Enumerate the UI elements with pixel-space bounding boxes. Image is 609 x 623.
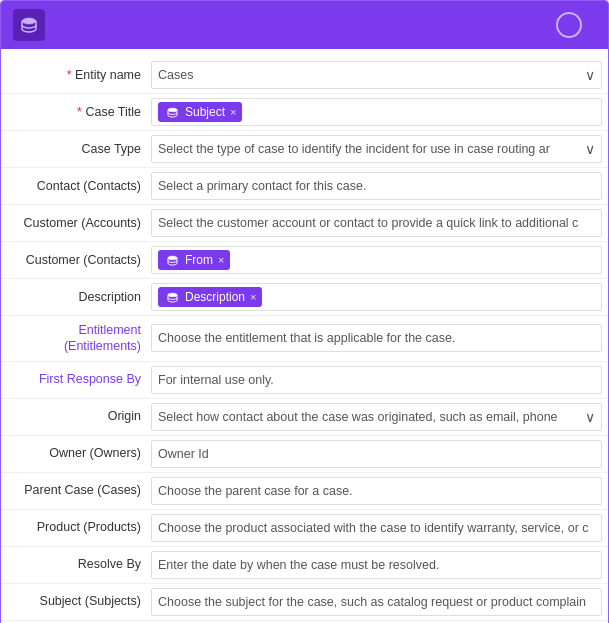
field-text-customer-accounts: Select the customer account or contact t… [158,216,595,230]
form-body: Entity nameCases∨Case Title Subject×Case… [1,49,608,623]
label-subject-subjects: Subject (Subjects) [1,589,149,613]
chip-description[interactable]: Description× [158,287,262,307]
field-text-entitlement: Choose the entitlement that is applicabl… [158,331,595,345]
row-customer-accounts: Customer (Accounts)Select the customer a… [1,205,608,242]
field-resolve-by[interactable]: Enter the date by when the case must be … [151,551,602,579]
field-product-products[interactable]: Choose the product associated with the c… [151,514,602,542]
field-parent-case[interactable]: Choose the parent case for a case. [151,477,602,505]
row-origin: OriginSelect how contact about the case … [1,399,608,436]
chip-close-description[interactable]: × [250,291,256,303]
row-case-type: Case TypeSelect the type of case to iden… [1,131,608,168]
row-contact-contacts: Contact (Contacts)Select a primary conta… [1,168,608,205]
field-text-case-type: Select the type of case to identify the … [158,142,581,156]
field-first-response-by[interactable]: For internal use only. [151,366,602,394]
label-first-response-by: First Response By [1,367,149,391]
field-origin[interactable]: Select how contact about the case was or… [151,403,602,431]
label-customer-accounts: Customer (Accounts) [1,211,149,235]
row-resolve-by: Resolve ByEnter the date by when the cas… [1,547,608,584]
label-entitlement: Entitlement (Entitlements) [1,318,149,359]
row-first-response-by: First Response ByFor internal use only. [1,362,608,399]
field-text-parent-case: Choose the parent case for a case. [158,484,595,498]
dropdown-arrow-origin[interactable]: ∨ [585,409,595,425]
field-contact-contacts[interactable]: Select a primary contact for this case. [151,172,602,200]
row-subject-subjects: Subject (Subjects)Choose the subject for… [1,584,608,621]
field-entitlement[interactable]: Choose the entitlement that is applicabl… [151,324,602,352]
field-text-first-response-by: For internal use only. [158,373,595,387]
label-case-type: Case Type [1,137,149,161]
row-product-products: Product (Products)Choose the product ass… [1,510,608,547]
svg-point-0 [22,18,36,24]
field-text-origin: Select how contact about the case was or… [158,410,581,424]
label-owner-owners: Owner (Owners) [1,441,149,465]
field-subject-subjects[interactable]: Choose the subject for the case, such as… [151,588,602,616]
label-origin: Origin [1,404,149,428]
row-owner-owners: Owner (Owners)Owner Id [1,436,608,473]
row-description: Description Description× [1,279,608,316]
label-contact-contacts: Contact (Contacts) [1,174,149,198]
chip-case-title[interactable]: Subject× [158,102,242,122]
chip-close-customer-contacts[interactable]: × [218,254,224,266]
field-text-resolve-by: Enter the date by when the case must be … [158,558,595,572]
chip-customer-contacts[interactable]: From× [158,250,230,270]
chip-label-description: Description [185,290,245,304]
svg-point-3 [167,292,176,296]
dropdown-arrow-entity-name[interactable]: ∨ [585,67,595,83]
chip-close-case-title[interactable]: × [230,106,236,118]
field-entity-name[interactable]: Cases∨ [151,61,602,89]
chip-db-icon-case-title [164,104,180,120]
info-button[interactable] [556,12,582,38]
field-text-subject-subjects: Choose the subject for the case, such as… [158,595,595,609]
row-case-title: Case Title Subject× [1,94,608,131]
field-text-owner-owners: Owner Id [158,447,595,461]
field-description[interactable]: Description× [151,283,602,311]
field-owner-owners[interactable]: Owner Id [151,440,602,468]
chip-label-customer-contacts: From [185,253,213,267]
field-customer-contacts[interactable]: From× [151,246,602,274]
label-entity-name: Entity name [1,63,149,87]
row-customer-contacts: Customer (Contacts) From× [1,242,608,279]
label-customer-contacts: Customer (Contacts) [1,248,149,272]
row-parent-case: Parent Case (Cases)Choose the parent cas… [1,473,608,510]
dropdown-arrow-case-type[interactable]: ∨ [585,141,595,157]
field-text-product-products: Choose the product associated with the c… [158,521,595,535]
chip-db-icon-description [164,289,180,305]
field-customer-accounts[interactable]: Select the customer account or contact t… [151,209,602,237]
label-case-title: Case Title [1,100,149,124]
create-record-card: Entity nameCases∨Case Title Subject×Case… [0,0,609,623]
field-text-contact-contacts: Select a primary contact for this case. [158,179,595,193]
field-text-entity-name: Cases [158,68,581,82]
row-entity-name: Entity nameCases∨ [1,57,608,94]
label-description: Description [1,285,149,309]
label-resolve-by: Resolve By [1,552,149,576]
chip-db-icon-customer-contacts [164,252,180,268]
svg-point-2 [167,255,176,259]
header-db-icon [13,9,45,41]
header [1,1,608,49]
svg-point-1 [167,107,176,111]
label-product-products: Product (Products) [1,515,149,539]
chip-label-case-title: Subject [185,105,225,119]
field-case-type[interactable]: Select the type of case to identify the … [151,135,602,163]
label-parent-case: Parent Case (Cases) [1,478,149,502]
row-entitlement: Entitlement (Entitlements)Choose the ent… [1,316,608,362]
field-case-title[interactable]: Subject× [151,98,602,126]
